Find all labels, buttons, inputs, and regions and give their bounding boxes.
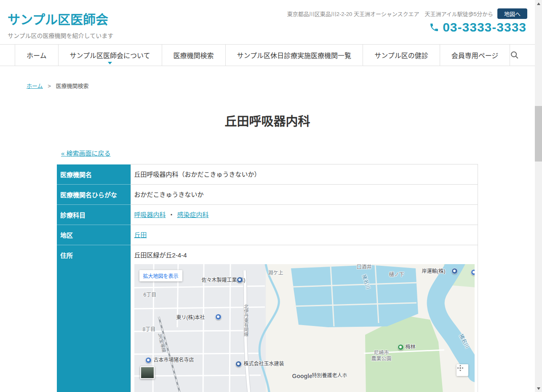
row-label-district: 地区 <box>57 225 131 245</box>
row-label-name: 医療機関名 <box>57 164 131 185</box>
map-link-button[interactable]: 地図へ <box>497 8 527 19</box>
scrollbar-down-arrow-icon[interactable] <box>535 385 542 392</box>
table-row: 住所 丘田区緑が丘2-4-4 <box>57 245 478 392</box>
department-link-respiratory[interactable]: 呼吸器内科 <box>134 211 166 218</box>
table-row: 医療機関名 丘田呼吸器内科（おかだこきゅうきないか） <box>57 164 478 185</box>
site-title[interactable]: サンプル区医師会 <box>8 9 108 28</box>
map-label-fuchigaue: 淵ケ上 <box>268 270 283 276</box>
row-value-name: 丘田呼吸器内科（おかだこきゅうきないか） <box>131 164 478 185</box>
scrollbar-up-arrow-icon[interactable] <box>535 0 542 7</box>
table-row: 医療機関名ひらがな おかだこきゅうきないか <box>57 184 478 204</box>
breadcrumb-current: 医療機関検索 <box>56 83 88 89</box>
back-to-search-link[interactable]: « 検索画面に戻る <box>61 148 111 157</box>
department-link-infectious[interactable]: 感染症内科 <box>177 211 209 218</box>
nav-item-holiday-clinics[interactable]: サンプル区休日診療実施医療機関一覧 <box>225 45 363 66</box>
map-label-8chome: 8丁目 <box>143 326 156 332</box>
expand-map-link[interactable]: 拡大地図を表示 <box>139 270 182 281</box>
row-value-departments: 呼吸器内科・感染症内科 <box>131 204 478 225</box>
breadcrumb-separator: > <box>48 83 51 89</box>
business-pin-icon[interactable] <box>471 269 475 275</box>
page: サンプル区医師会 サンプル区の医療機関を紹介しています 東京都品川区東品川2-2… <box>0 0 535 392</box>
table-row: 地区 丘田 <box>57 225 478 245</box>
map-label-nogyo-park: 尼崎市 農業公園 <box>371 350 392 362</box>
header-address: 東京都品川区東品川2-2-20 天王洲オーシャンスクエア 天王洲アイル駅徒歩5分… <box>287 10 493 18</box>
map-label-bairin: 梅林 <box>406 344 416 350</box>
map-thumbnail[interactable] <box>140 366 155 379</box>
row-value-address: 丘田区緑が丘2-4-4 <box>131 245 478 392</box>
embedded-map[interactable]: 淵ケ上 佐々木製鑵工業(株) 口酒井 樋ノ下 岸運輸(株) 猪名川 6丁目 東リ… <box>134 264 475 392</box>
site-subtitle: サンプル区の医療機関を紹介しています <box>8 31 113 40</box>
main-nav: ホーム サンプル区医師会について 医療機関検索 サンプル区休日診療実施医療機関一… <box>0 44 535 66</box>
table-row: 診療科目 呼吸器内科・感染症内科 <box>57 204 478 225</box>
nav-item-checkup[interactable]: サンプル区の健診 <box>363 45 440 66</box>
row-label-kana: 医療機関名ひらがな <box>57 184 131 204</box>
department-separator: ・ <box>168 211 175 218</box>
header-top-row: 東京都品川区東品川2-2-20 天王洲オーシャンスクエア 天王洲アイル駅徒歩5分… <box>287 8 527 19</box>
map-label-toli: 東リ(株)本社 <box>176 315 205 320</box>
phone-row: 03-3333-3333 <box>429 20 526 34</box>
nav-item-home[interactable]: ホーム <box>15 45 58 66</box>
phone-icon <box>429 22 439 32</box>
google-logo: Google <box>292 373 312 379</box>
map-label-tokubetsu: 特別養護老人ホ <box>312 373 347 379</box>
map-label-kishiunyu: 岸運輸(株) <box>422 268 446 274</box>
business-pin-icon[interactable] <box>235 361 242 367</box>
map-label-road-name: 北伊丹東有岡線 <box>243 304 248 336</box>
search-icon[interactable] <box>510 45 519 66</box>
row-value-district: 丘田 <box>131 225 478 245</box>
row-value-kana: おかだこきゅうきないか <box>131 184 478 204</box>
nav-item-search[interactable]: 医療機関検索 <box>162 45 225 66</box>
scrollbar-thumb[interactable] <box>535 106 542 162</box>
phone-number: 03-3333-3333 <box>443 20 526 34</box>
breadcrumb-home-link[interactable]: ホーム <box>27 83 43 89</box>
park-pin-icon[interactable] <box>398 344 404 350</box>
clinic-info-table: 医療機関名 丘田呼吸器内科（おかだこきゅうきないか） 医療機関名ひらがな おかだ… <box>57 164 478 392</box>
row-label-departments: 診療科目 <box>57 204 131 225</box>
business-pin-icon[interactable] <box>237 277 243 283</box>
pan-control-icon[interactable] <box>457 364 468 376</box>
map-label-tamamizu: 株式会社玉水建装 <box>244 361 284 367</box>
store-pin-icon[interactable] <box>145 357 152 363</box>
address-text: 丘田区緑が丘2-4-4 <box>134 250 475 259</box>
nav-item-about[interactable]: サンプル区医師会について <box>58 45 162 66</box>
page-scrollbar[interactable] <box>535 0 542 392</box>
map-label-hinoshita: 樋ノ下 <box>389 272 404 278</box>
breadcrumb: ホーム > 医療機関検索 <box>27 82 535 90</box>
business-pin-icon[interactable] <box>451 268 458 274</box>
map-label-kuchisakai: 口酒井 <box>357 264 372 270</box>
business-pin-icon[interactable] <box>215 314 222 320</box>
map-label-furuhon: 古本市場猪名寺店 <box>154 357 194 363</box>
nav-item-about-label: サンプル区医師会について <box>70 50 150 60</box>
district-link[interactable]: 丘田 <box>134 231 147 238</box>
map-label-6chome: 6丁目 <box>144 292 157 298</box>
site-header: サンプル区医師会 サンプル区の医療機関を紹介しています 東京都品川区東品川2-2… <box>0 0 535 44</box>
row-label-address: 住所 <box>57 245 131 392</box>
chevron-down-icon <box>108 62 112 64</box>
page-title: 丘田呼吸器内科 <box>0 111 535 129</box>
nav-item-members[interactable]: 会員専用ページ <box>440 45 510 66</box>
